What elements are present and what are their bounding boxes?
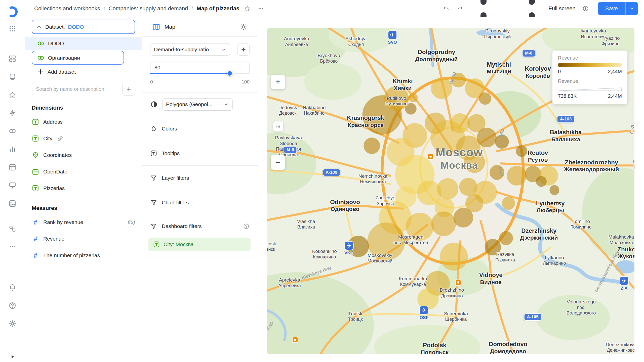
map-ruler-icon[interactable] bbox=[273, 121, 283, 131]
breadcrumb-item[interactable]: Collections and workbooks bbox=[34, 5, 100, 12]
layer-type-select[interactable]: Polygons (Geopol... bbox=[162, 98, 233, 111]
gallery-icon[interactable] bbox=[6, 198, 20, 209]
dataset-selector[interactable]: Dataset: DODO bbox=[32, 20, 135, 34]
all-services-icon[interactable] bbox=[6, 23, 20, 34]
more-icon[interactable] bbox=[6, 241, 20, 252]
section-colors-label: Colors bbox=[162, 126, 177, 132]
add-field-button[interactable] bbox=[122, 83, 135, 96]
revenue-bubble[interactable] bbox=[479, 92, 491, 105]
chart-type-header: Map bbox=[142, 17, 258, 37]
save-button[interactable]: Save bbox=[598, 2, 625, 15]
measure-select[interactable]: Demand-to-supply ratio bbox=[150, 43, 230, 56]
chart-settings-gear-icon[interactable] bbox=[240, 23, 247, 31]
help-icon[interactable] bbox=[6, 300, 20, 311]
revenue-bubble[interactable] bbox=[477, 128, 497, 147]
revenue-bubble[interactable] bbox=[495, 135, 509, 149]
revenue-bubble[interactable] bbox=[507, 166, 527, 186]
section-layer-filters[interactable]: Layer filters bbox=[142, 166, 258, 190]
breadcrumb-item[interactable]: Map of pizzerias bbox=[196, 5, 239, 12]
revenue-bubble[interactable] bbox=[451, 73, 466, 87]
revenue-bubble[interactable] bbox=[348, 236, 369, 257]
connections-icon[interactable] bbox=[6, 223, 20, 234]
dimensions-title: Dimensions bbox=[32, 105, 135, 111]
favorites-icon[interactable] bbox=[6, 89, 20, 101]
field-address[interactable]: Address bbox=[28, 114, 139, 130]
revenue-bubble[interactable] bbox=[516, 145, 528, 157]
revenue-bubble[interactable] bbox=[485, 239, 501, 255]
breadcrumb-item[interactable]: Companies: supply and demand bbox=[109, 5, 188, 12]
add-measure-button[interactable] bbox=[237, 43, 250, 56]
info-icon[interactable] bbox=[580, 3, 591, 14]
field-pizzerias[interactable]: Pizzerias bbox=[28, 180, 139, 197]
settings-gear-icon[interactable] bbox=[6, 318, 20, 329]
revenue-bubble[interactable] bbox=[405, 103, 417, 115]
revenue-bubble[interactable] bbox=[431, 211, 456, 236]
collections-icon[interactable] bbox=[6, 53, 20, 64]
dataset-item[interactable]: DODO bbox=[25, 37, 142, 50]
field-search-input[interactable] bbox=[32, 83, 117, 95]
dashboards-icon[interactable] bbox=[6, 179, 20, 191]
dataset-item-label: Организации bbox=[48, 55, 80, 61]
redo-icon[interactable] bbox=[454, 3, 465, 14]
slider-value: 80 bbox=[154, 65, 160, 71]
full-screen-button[interactable]: Full screen bbox=[468, 3, 578, 14]
add-dataset-button[interactable]: Add dataset bbox=[25, 66, 142, 78]
revenue-bubble[interactable] bbox=[384, 86, 409, 111]
quick-charts-icon[interactable] bbox=[6, 107, 20, 119]
dataset-header-value: DODO bbox=[68, 24, 84, 30]
section-tooltips[interactable]: Tooltips bbox=[142, 141, 258, 166]
dashboard-filters-header[interactable]: Dashboard filters bbox=[142, 215, 258, 238]
revenue-bubble[interactable] bbox=[454, 208, 473, 227]
favorite-star-icon[interactable] bbox=[242, 3, 253, 14]
slider-knob[interactable] bbox=[227, 70, 233, 76]
field-label: Address bbox=[43, 119, 63, 125]
workbooks-icon[interactable] bbox=[6, 71, 20, 82]
section-chart-filters[interactable]: Chart filters bbox=[142, 190, 258, 215]
revenue-bubble[interactable] bbox=[499, 231, 513, 245]
save-dropdown-button[interactable] bbox=[625, 2, 638, 15]
field-coordinates[interactable]: Coordinates bbox=[28, 147, 139, 163]
editor-icon[interactable] bbox=[6, 161, 20, 173]
revenue-bubble[interactable] bbox=[409, 93, 418, 102]
section-tooltips-label: Tooltips bbox=[162, 150, 180, 156]
more-actions-icon[interactable] bbox=[255, 3, 266, 14]
ratio-slider[interactable] bbox=[150, 70, 250, 77]
revenue-bubble[interactable] bbox=[417, 288, 439, 310]
slider-track[interactable] bbox=[150, 73, 250, 74]
datalens-logo[interactable] bbox=[7, 6, 18, 18]
revenue-bubble[interactable] bbox=[367, 222, 405, 260]
revenue-bubble[interactable] bbox=[440, 243, 468, 270]
revenue-bubble[interactable] bbox=[549, 185, 559, 195]
revenue-bubble[interactable] bbox=[364, 138, 380, 154]
field-opendate[interactable]: OpenDate bbox=[28, 163, 139, 180]
dimensions-list: AddressCityCoordinatesOpenDatePizzerias bbox=[28, 114, 139, 197]
help-circle-icon[interactable] bbox=[243, 223, 250, 230]
map-canvas[interactable]: PirogovskiyПироговскийIvanteyevkaИвантее… bbox=[267, 28, 634, 354]
revenue-bubble[interactable] bbox=[490, 165, 504, 180]
notifications-bell-icon[interactable] bbox=[6, 282, 20, 293]
undo-icon[interactable] bbox=[441, 3, 452, 14]
field-revenue[interactable]: #Revenue bbox=[28, 231, 139, 247]
collapse-panel-icon[interactable] bbox=[9, 353, 16, 360]
formula-icon: f(x) bbox=[128, 219, 135, 225]
dataset-item[interactable]: Организации bbox=[32, 51, 124, 65]
geolayer-icon[interactable] bbox=[150, 101, 158, 108]
field-rank-by-revenue[interactable]: #Rank by revenuef(x) bbox=[28, 214, 139, 231]
datasets-icon[interactable] bbox=[6, 125, 20, 137]
revenue-bubble[interactable] bbox=[536, 176, 546, 187]
revenue-bubble[interactable] bbox=[502, 197, 515, 210]
charts-icon[interactable] bbox=[6, 143, 20, 155]
zoom-out-button[interactable]: − bbox=[271, 155, 285, 170]
legend-color-title: Revenue bbox=[558, 55, 622, 61]
zoom-in-button[interactable]: + bbox=[271, 75, 285, 89]
revenue-bubble[interactable] bbox=[464, 152, 485, 173]
funnel-icon bbox=[150, 174, 157, 182]
revenue-bubble[interactable] bbox=[437, 178, 458, 200]
field-the-number-of-pizzerias[interactable]: #The number of pizzerias bbox=[28, 247, 139, 264]
field-city[interactable]: City bbox=[28, 130, 139, 147]
revenue-bubble[interactable] bbox=[431, 78, 452, 99]
revenue-bubble[interactable] bbox=[406, 213, 434, 241]
text-field-icon bbox=[32, 135, 39, 142]
dashboard-filter-chip[interactable]: City: Москва bbox=[148, 238, 251, 251]
section-colors[interactable]: Colors bbox=[142, 116, 258, 141]
